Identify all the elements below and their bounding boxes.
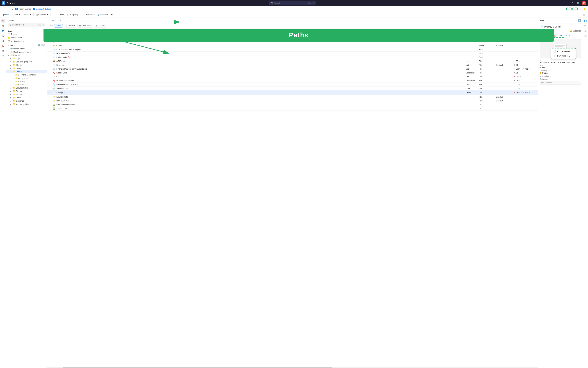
append-button[interactable]: ...pend [57, 13, 65, 17]
topbar: Synergy 🔍 Cmd + S ? ⚙️ JR [0, 0, 588, 6]
subscribe-btn[interactable]: 🔔 Subscribe [570, 30, 581, 32]
scrollbar-thumb[interactable] [63, 367, 332, 368]
nav-refresh[interactable]: ↻ [11, 8, 14, 10]
file-row[interactable]: 📦 A ZIP folder .zip File 1.00 [47, 59, 538, 63]
tree-item-clients2[interactable]: 📁 Clients [6, 83, 47, 86]
tree-item-recent-folders[interactable]: ▶ 🕐 Recent folders [6, 47, 47, 50]
file-row[interactable]: 🔖 Google Docs .bookmark File 0.01 [47, 71, 538, 75]
search-folders[interactable]: 🔍 Cmd + K [8, 23, 45, 27]
dropdown-item-readonly[interactable]: 📄 Path: read-only [551, 54, 576, 58]
tree-item-backend[interactable]: ▶ 📁 Backend group test [6, 60, 47, 63]
sidebar-icon-search[interactable]: 🔍 [1, 34, 5, 38]
sidebar-icon-home[interactable]: 🏠 [1, 19, 5, 23]
tree-item-example[interactable]: ▶ 📁 Example [6, 90, 47, 93]
scrollbar[interactable] [47, 367, 538, 368]
sidebar-icon-grid[interactable]: ⊞ [1, 24, 5, 28]
file-row[interactable]: 📄 Blackrock .pdf File Contract 0.01 [47, 63, 538, 67]
nav-quick-access[interactable]: ⭐ Quick access [6, 36, 47, 39]
rp-icon-chart[interactable]: 📈 [583, 29, 588, 33]
tree-item-documentation[interactable]: ▶ 📁 Documentation [6, 86, 47, 90]
view-small-icons-btn[interactable]: ⊞ Small icons [78, 24, 92, 28]
help-button[interactable]: ? [570, 1, 574, 5]
tree-item-decks[interactable]: ▶ 📁 Decks [6, 67, 47, 70]
nav-back[interactable]: ← [1, 7, 5, 11]
file-row[interactable]: 📊 Support Excel .xlsx File 1.00 [47, 87, 538, 90]
tree-item-demos[interactable]: ▼ 📁 Demos [6, 70, 47, 73]
tree-item-root[interactable]: ▼ 📁 Root (/) [6, 54, 47, 57]
multiple-apps-button[interactable]: ⚡ Multiple ap... [65, 13, 81, 17]
tree-item-quick-folders[interactable]: ▶ ⭐ Quick access folders [6, 50, 47, 54]
sidebar-icon-bookmark[interactable]: 🔖 [1, 44, 5, 48]
nav-recents[interactable]: 🕐 Recents [6, 32, 47, 36]
view-preview-btn[interactable]: ⊡ Preview [64, 24, 76, 28]
search-bar[interactable]: 🔍 Cmd + S [269, 1, 316, 5]
view-toolbar-button[interactable]: 👁 View ▼ [22, 13, 33, 17]
task-icon: ✅ [53, 108, 56, 110]
tree-item-allcontracts[interactable]: ▶ 📁 All contracts [6, 76, 47, 80]
copy-path-button[interactable]: 📋 [572, 7, 578, 11]
tree-item-insurance[interactable]: ▶ 📁 Insurance [6, 99, 47, 102]
tree-item-clients[interactable]: ▶ 📁 Clients [6, 63, 47, 67]
file-row[interactable]: 📊 Financial Data for Car Manufacturers .… [47, 67, 538, 71]
search-input[interactable] [274, 2, 307, 4]
comment-input[interactable]: Add comment... [540, 81, 581, 85]
more-button[interactable]: ••• [109, 13, 114, 17]
file-row[interactable]: 📝 Example note Note Standard [47, 95, 538, 99]
compare-button[interactable]: ⚖️ Compare [96, 13, 109, 17]
breadcrumb-demos[interactable]: Demos [25, 8, 31, 10]
avatar[interactable]: JR [582, 1, 586, 5]
info-tab-path[interactable]: 📋 Path ▼ [552, 34, 564, 38]
expand-button[interactable]: ⬜ [582, 13, 587, 17]
file-row[interactable]: ✉️ Indie Interview with Will Quist Email [47, 48, 538, 52]
rp-icon-search[interactable]: 🔍 [583, 24, 588, 28]
file-row[interactable]: 📄 GS .pdf File 0.01 [47, 75, 538, 79]
item-button[interactable]: 📄 Item ▼ [10, 13, 21, 17]
file-row[interactable]: ✅ This is a task Task [47, 107, 538, 110]
rp-icon-document[interactable]: 📋 [583, 34, 588, 38]
copy-link-button[interactable]: 🔗 [566, 7, 571, 11]
tree-item-finance[interactable]: ▶ 📁 Finance [6, 93, 47, 96]
file-row[interactable]: 📑 Presentation to the Board .pptx File 1… [47, 83, 538, 87]
tab-activity[interactable]: A... [58, 18, 65, 23]
sidebar-icon-chart[interactable]: 📊 [1, 39, 5, 43]
rp-icon-users[interactable]: 👥 [583, 19, 588, 23]
nav-forward[interactable]: → [6, 7, 10, 11]
file-row[interactable]: ✅ Enviar documentacion Task [47, 103, 538, 107]
view-big-icons-btn[interactable]: ⊞ Big icons [94, 24, 107, 28]
info-tab-id[interactable]: 🪪 ID [564, 34, 571, 38]
download-btn-top[interactable]: ⬇ [579, 8, 582, 10]
allcontracts-folder-icon: 📁 [15, 77, 18, 79]
file-row[interactable]: 🔖 NL website bookmark .bookmark File 0.0… [47, 79, 538, 83]
sidebar-icon-users[interactable]: 👤 [1, 29, 5, 33]
notification-btn[interactable]: 🔔 [583, 8, 587, 10]
tab-items[interactable]: Items [48, 18, 58, 23]
folder-toggle[interactable] [41, 44, 45, 46]
file-row[interactable]: ✉️ Project Alpha ✏️ Email [47, 55, 538, 59]
search-folders-icon: 🔍 [9, 24, 11, 26]
toolbar: ➕ New 📄 Item ▼ 👁 View ▼ 📋 Clipboard ▼ S.… [0, 12, 588, 18]
view-list-btn[interactable]: ☰ List [54, 24, 63, 28]
settings-button[interactable]: ⚙️ [576, 1, 580, 5]
nav-assigned[interactable]: 📋 Assigned to me [6, 39, 47, 43]
tree-item-apps[interactable]: ▶ 📁 Apps [6, 57, 47, 60]
sidebar-icon-table[interactable]: ⊟ [1, 49, 5, 53]
tree-item-archive[interactable]: 📁 Archive [6, 80, 47, 83]
file-row-selected[interactable]: ✓ 📄 Synergy S-1 .docx File Draft post-3.… [47, 90, 538, 95]
download-button[interactable]: ⬇ Download [83, 13, 96, 17]
breadcrumb-root[interactable]: Root [19, 8, 23, 10]
sidebar-icon-text[interactable]: 📝 [1, 54, 5, 58]
file-row[interactable]: 📝 Note 2024-06-24 Note Standard [47, 99, 538, 103]
tree-item-internal[interactable]: ▶ 📁 Internal meetings [6, 102, 47, 106]
search-folders-input[interactable] [12, 24, 37, 26]
file-row[interactable]: ✉️ IPO Materials ✏️ Email [47, 52, 538, 55]
new-button[interactable]: ➕ New [1, 13, 10, 17]
color-tag-edit[interactable]: ✏️ [548, 70, 550, 72]
file-row[interactable]: 📁 Clients Folder Standard [47, 44, 538, 48]
dropdown-item-edit[interactable]: 📄 Path: edit-mode [551, 49, 576, 54]
share-button[interactable]: S... [51, 13, 56, 17]
tree-item-1financial[interactable]: ▶ 📁 1- Financial Services [6, 73, 47, 76]
apps-folder-icon: 📁 [13, 57, 15, 60]
clipboard-button[interactable]: 📋 Clipboard ▼ [34, 13, 50, 17]
info-panel-info-icon[interactable]: ℹ️ [578, 19, 581, 22]
tree-item-general[interactable]: ▶ 📁 General [6, 96, 47, 99]
